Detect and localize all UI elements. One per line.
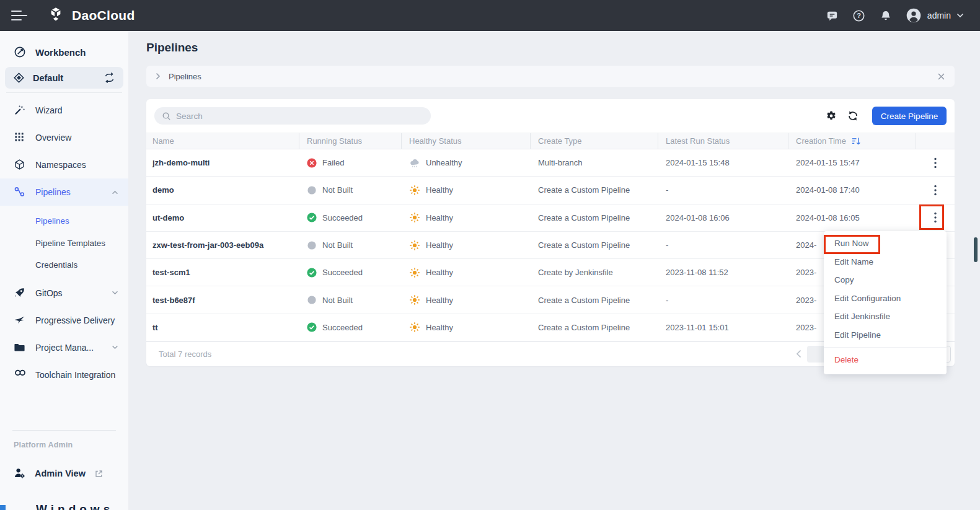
running-status-cell: Succeeded [299,322,402,332]
close-icon[interactable] [937,73,945,81]
rocket-icon [14,287,26,299]
help-icon[interactable]: ? [852,9,866,22]
sun-icon [410,295,420,305]
sun-icon [410,185,420,195]
sidebar-item-workbench[interactable]: Workbench [0,38,128,66]
table-row: demo Not Built Healthy Create a Custom P… [146,177,955,204]
sidebar-subitem-pipelines[interactable]: Pipelines [0,210,128,232]
sun-icon [410,213,420,222]
message-icon[interactable] [826,9,839,22]
create-pipeline-button[interactable]: Create Pipeline [872,107,947,125]
infinity-icon [14,369,26,381]
chevron-up-icon [112,190,118,195]
cloud-rain-icon [410,159,418,167]
sidebar-item-gitops[interactable]: GitOps [0,279,128,307]
table-header: Name Running Status Healthy Status Creat… [146,133,955,149]
sidebar-item-label: Namespaces [35,160,118,170]
brand-name: DaoCloud [72,8,135,23]
page-title: Pipelines [146,41,198,55]
pipeline-name[interactable]: jzh-demo-multi [146,158,299,167]
sidebar-item-label: Overview [35,133,118,143]
menu-item-edit-pipeline[interactable]: Edit Pipeline [824,326,947,345]
row-actions-menu: Run Now Edit Name Copy Edit Configuratio… [824,231,947,374]
platform-admin-label: Platform Admin [14,441,128,449]
pipeline-name[interactable]: test-b6e87f [146,296,299,305]
menu-item-edit-name[interactable]: Edit Name [824,253,947,271]
healthy-status-cell: Unhealthy [402,157,531,169]
sidebar-item-label: Project Mana... [35,343,102,353]
username: admin [927,11,951,20]
running-status-cell: Succeeded [299,268,402,278]
latest-run-cell: - [658,296,788,305]
refresh-icon[interactable] [847,110,859,121]
user-menu[interactable]: admin [906,7,964,24]
switch-workspace-icon[interactable] [104,72,115,84]
kebab-menu-icon[interactable] [927,209,943,226]
gear-icon[interactable] [826,110,837,121]
create-type-cell: Create a Custom Pipeline [531,296,658,305]
menu-item-run-now[interactable]: Run Now [824,234,947,253]
sun-icon [410,323,420,333]
healthy-status-cell: Healthy [402,212,531,223]
workspace-selector[interactable]: Default [5,67,123,89]
not-built-icon [307,241,316,249]
menu-item-delete[interactable]: Delete [824,351,947,369]
search-input[interactable] [176,112,423,121]
sidebar-item-label: Admin View [35,468,86,478]
creation-time-cell: 2024-01-08 16:05 [788,213,916,222]
kebab-menu-icon[interactable] [927,155,943,171]
chevron-down-icon [112,345,118,350]
running-status-cell: Succeeded [299,213,402,222]
sidebar-divider [12,430,116,431]
toolbar-actions: Create Pipeline [826,107,947,125]
menu-item-edit-jenkinsfile[interactable]: Edit Jenkinsfile [824,307,947,326]
sidebar-item-label: Progressive Delivery [35,315,118,325]
sidebar-item-pipelines[interactable]: Pipelines [0,178,128,206]
breadcrumb-item[interactable]: Pipelines [169,72,201,81]
pipeline-name[interactable]: zxw-test-from-jar-003-eeb09a [146,240,299,250]
latest-run-cell: 2023-11-08 11:52 [658,268,788,277]
sidebar-item-progressive-delivery[interactable]: Progressive Delivery [0,307,128,334]
kebab-menu-icon[interactable] [927,182,943,198]
pipeline-name[interactable]: ut-demo [146,213,299,222]
workbench-icon [14,46,26,58]
sidebar-divider [6,92,122,93]
sidebar: Workbench Default Wizard Overview Namesp… [0,31,128,510]
bell-icon[interactable] [879,9,893,22]
healthy-status-cell: Healthy [402,294,531,306]
top-bar-actions: ? admin [826,7,964,24]
menu-item-copy[interactable]: Copy [824,271,947,289]
sidebar-item-overview[interactable]: Overview [0,124,128,151]
pipeline-name[interactable]: test-scm1 [146,268,299,277]
sidebar-item-project-management[interactable]: Project Mana... [0,334,128,361]
sidebar-item-label: Pipelines [35,187,102,197]
svg-text:?: ? [857,12,862,19]
create-type-cell: Multi-branch [531,158,658,167]
sidebar-item-label: Wizard [35,105,118,115]
grid-icon [14,131,26,144]
sidebar-subitem-pipeline-templates[interactable]: Pipeline Templates [0,232,128,255]
create-type-cell: Create a Custom Pipeline [531,323,658,332]
column-header-creation-time[interactable]: Creation Time [788,133,916,149]
menu-icon[interactable] [11,7,27,24]
chevron-left-icon[interactable] [796,350,801,358]
sidebar-item-wizard[interactable]: Wizard [0,97,128,124]
pipeline-name[interactable]: tt [146,323,299,332]
succeeded-icon [307,213,316,222]
vertical-scrollbar-thumb[interactable] [974,237,978,262]
menu-item-edit-configuration[interactable]: Edit Configuration [824,289,947,308]
create-type-cell: Create a Custom Pipeline [531,185,658,195]
sidebar-item-toolchain-integration[interactable]: Toolchain Integration [0,361,128,389]
sort-desc-icon[interactable] [852,137,861,146]
sidebar-item-namespaces[interactable]: Namespaces [0,151,128,178]
pipeline-name[interactable]: demo [146,185,299,195]
sidebar-item-label: Workbench [35,47,118,58]
latest-run-cell: - [658,185,788,195]
brand-logo-icon [46,6,66,25]
create-type-cell: Create a Custom Pipeline [531,213,658,222]
healthy-status-cell: Healthy [402,240,531,251]
sidebar-subitem-credentials[interactable]: Credentials [0,254,128,276]
pipeline-icon [14,186,26,198]
healthy-status-cell: Healthy [402,322,531,333]
sidebar-item-admin-view[interactable]: Admin View [0,464,128,483]
